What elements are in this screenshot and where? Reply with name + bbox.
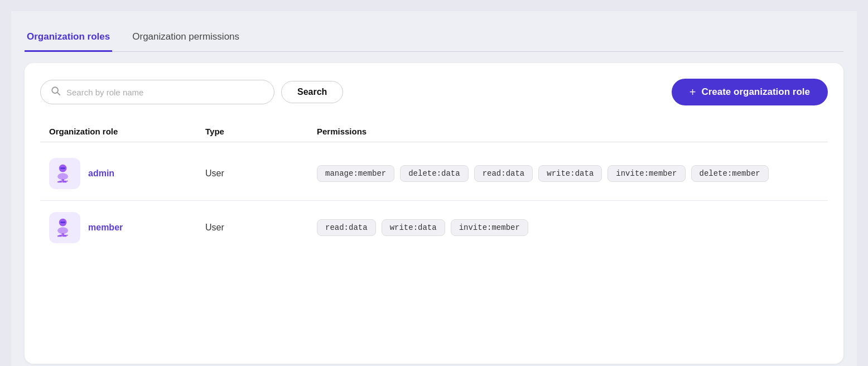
- table-header: Organization role Type Permissions: [40, 121, 828, 142]
- tabs-bar: Organization roles Organization permissi…: [25, 25, 843, 52]
- avatar-member: [49, 212, 80, 243]
- tab-org-roles-label: Organization roles: [27, 31, 110, 42]
- permission-badge: delete:member: [691, 165, 769, 182]
- svg-rect-11: [60, 221, 65, 223]
- table-row: admin User manage:member delete:data rea…: [40, 147, 828, 201]
- permission-badge: write:data: [538, 165, 602, 182]
- tab-org-roles[interactable]: Organization roles: [25, 25, 112, 52]
- role-name-member: member: [88, 223, 123, 233]
- svg-point-12: [57, 227, 68, 234]
- svg-rect-9: [63, 179, 64, 181]
- create-org-role-button[interactable]: + Create organization role: [672, 79, 828, 105]
- role-name-admin: admin: [88, 168, 114, 179]
- page-container: Organization roles Organization permissi…: [11, 11, 857, 366]
- search-button-label: Search: [297, 87, 327, 97]
- plus-icon: +: [689, 86, 696, 98]
- svg-rect-3: [60, 167, 65, 169]
- svg-point-0: [52, 87, 58, 93]
- svg-point-4: [57, 173, 68, 180]
- table-row: member User read:data write:data invite:…: [40, 201, 828, 254]
- role-cell-admin: admin: [49, 158, 205, 189]
- col-header-role: Organization role: [49, 127, 205, 136]
- tab-org-permissions[interactable]: Organization permissions: [130, 25, 242, 52]
- tab-org-permissions-label: Organization permissions: [132, 31, 239, 42]
- permissions-admin: manage:member delete:data read:data writ…: [317, 165, 819, 182]
- permission-badge: manage:member: [317, 165, 394, 182]
- role-cell-member: member: [49, 212, 205, 243]
- permission-badge: invite:member: [451, 219, 528, 236]
- role-type-member: User: [205, 223, 317, 233]
- permissions-member: read:data write:data invite:member: [317, 219, 819, 236]
- create-button-label: Create organization role: [701, 86, 810, 98]
- search-input[interactable]: [66, 88, 264, 97]
- permission-badge: write:data: [382, 219, 445, 236]
- avatar-admin: [49, 158, 80, 189]
- search-button[interactable]: Search: [281, 81, 343, 103]
- table-body: admin User manage:member delete:data rea…: [40, 147, 828, 254]
- main-card: Search + Create organization role Organi…: [25, 63, 843, 364]
- search-icon: [51, 86, 61, 98]
- search-area: Search + Create organization role: [40, 79, 828, 105]
- permission-badge: delete:data: [400, 165, 468, 182]
- search-input-wrapper: [40, 80, 274, 104]
- permission-badge: read:data: [317, 219, 376, 236]
- permission-badge: read:data: [474, 165, 533, 182]
- svg-rect-17: [63, 233, 64, 235]
- col-header-type: Type: [205, 127, 317, 136]
- svg-line-1: [57, 93, 60, 95]
- role-type-admin: User: [205, 168, 317, 179]
- col-header-permissions: Permissions: [317, 127, 819, 136]
- permission-badge: invite:member: [607, 165, 685, 182]
